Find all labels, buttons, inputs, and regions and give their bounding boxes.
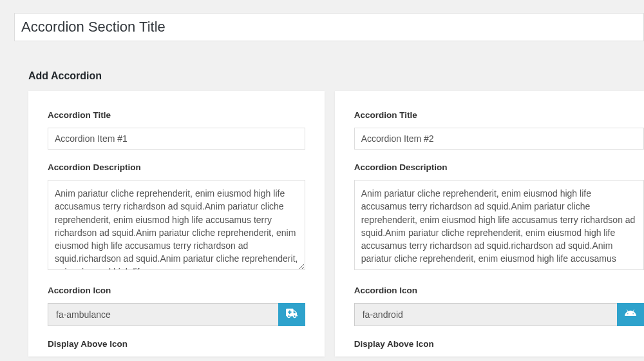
add-accordion-heading: Add Accordion — [0, 41, 644, 91]
section-title-wrapper — [0, 13, 644, 41]
accordion-title-label: Accordion Title — [354, 110, 644, 120]
ambulance-icon — [286, 307, 298, 322]
accordion-description-label: Accordion Description — [354, 162, 644, 172]
accordion-description-label: Accordion Description — [48, 162, 305, 172]
accordion-title-label: Accordion Title — [48, 110, 305, 120]
accordion-title-input[interactable] — [48, 128, 305, 150]
icon-picker-button[interactable] — [617, 303, 644, 326]
accordion-cards-row: Accordion Title Accordion Description Ac… — [0, 91, 644, 356]
icon-picker-button[interactable] — [278, 303, 305, 326]
section-title-input[interactable] — [14, 13, 644, 41]
icon-picker: fa-ambulance — [48, 303, 305, 326]
accordion-description-textarea[interactable] — [354, 180, 644, 270]
icon-picker-value: fa-android — [354, 303, 617, 326]
accordion-card: Accordion Title Accordion Description Ac… — [28, 91, 325, 356]
accordion-card: Accordion Title Accordion Description Ac… — [335, 91, 644, 356]
icon-picker: fa-android — [354, 303, 644, 326]
display-above-icon-label: Display Above Icon — [354, 339, 644, 349]
android-icon — [625, 307, 636, 322]
icon-picker-value: fa-ambulance — [48, 303, 278, 326]
accordion-title-input[interactable] — [354, 128, 644, 150]
accordion-icon-label: Accordion Icon — [354, 286, 644, 295]
accordion-description-textarea[interactable] — [48, 180, 305, 270]
display-above-icon-label: Display Above Icon — [48, 339, 305, 349]
accordion-icon-label: Accordion Icon — [48, 286, 305, 295]
